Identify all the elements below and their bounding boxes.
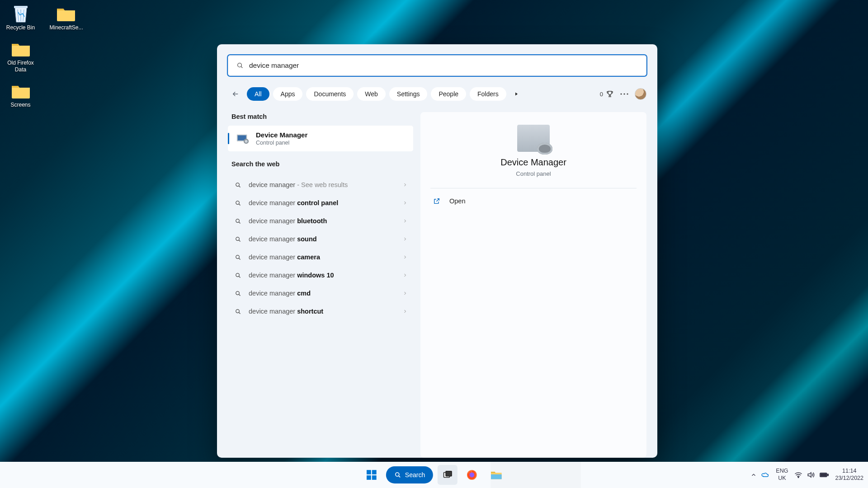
filter-web[interactable]: Web bbox=[357, 87, 386, 101]
web-result[interactable]: device manager shortcut bbox=[228, 302, 413, 320]
best-match-subtitle: Control panel bbox=[256, 140, 307, 146]
folder-icon bbox=[56, 5, 76, 23]
web-result-text: device manager sound bbox=[249, 235, 396, 243]
svg-rect-30 bbox=[821, 474, 826, 476]
chevron-right-icon bbox=[402, 236, 408, 242]
taskbar-search-label: Search bbox=[405, 471, 425, 479]
battery-icon[interactable] bbox=[820, 472, 829, 478]
svg-point-2 bbox=[620, 93, 622, 94]
web-result[interactable]: device manager windows 10 bbox=[228, 266, 413, 284]
desktop-icon-grid: Recycle Bin MinecraftSe... Old Firefox D… bbox=[4, 4, 71, 116]
time-text: 11:14 bbox=[842, 468, 856, 475]
search-box[interactable] bbox=[228, 55, 646, 76]
search-input[interactable] bbox=[249, 61, 638, 70]
web-result[interactable]: device manager bluetooth bbox=[228, 212, 413, 230]
filter-settings[interactable]: Settings bbox=[389, 87, 428, 101]
taskbar-firefox[interactable] bbox=[462, 465, 482, 485]
web-result-text: device manager windows 10 bbox=[249, 272, 396, 279]
tray-overflow-chevron-icon[interactable] bbox=[750, 472, 757, 478]
web-result[interactable]: device manager control panel bbox=[228, 194, 413, 212]
filter-chips: All Apps Documents Web Settings People F… bbox=[247, 87, 506, 101]
filter-folders[interactable]: Folders bbox=[470, 87, 506, 101]
web-result-text: device manager bluetooth bbox=[249, 217, 396, 225]
chevron-right-icon bbox=[402, 218, 408, 224]
preview-subtitle: Control panel bbox=[516, 170, 551, 177]
svg-rect-19 bbox=[367, 475, 371, 480]
desktop-icon-old-firefox[interactable]: Old Firefox Data bbox=[4, 39, 38, 75]
search-icon bbox=[394, 471, 401, 479]
more-options-button[interactable] bbox=[618, 87, 631, 101]
web-result[interactable]: device manager camera bbox=[228, 248, 413, 266]
svg-point-21 bbox=[396, 473, 399, 476]
chevron-right-icon bbox=[402, 309, 408, 314]
search-icon bbox=[233, 218, 242, 225]
filter-all[interactable]: All bbox=[247, 87, 269, 101]
volume-icon[interactable] bbox=[807, 471, 815, 479]
filter-row: All Apps Documents Web Settings People F… bbox=[228, 86, 646, 102]
search-icon bbox=[233, 272, 242, 279]
search-icon bbox=[236, 62, 244, 69]
onedrive-icon[interactable] bbox=[761, 472, 769, 478]
svg-point-14 bbox=[236, 273, 239, 277]
svg-point-15 bbox=[236, 291, 239, 295]
best-match-heading: Best match bbox=[228, 112, 413, 126]
web-result[interactable]: device manager - See web results bbox=[228, 176, 413, 194]
start-button[interactable] bbox=[362, 465, 382, 485]
desktop-icon-screens[interactable]: Screens bbox=[4, 81, 38, 111]
filters-scroll-right[interactable] bbox=[510, 91, 523, 97]
user-avatar[interactable] bbox=[635, 88, 646, 100]
system-tray: ENG UK 11:14 23/12/2022 bbox=[750, 462, 863, 488]
svg-point-25 bbox=[470, 473, 475, 478]
svg-point-27 bbox=[798, 477, 799, 478]
search-icon bbox=[233, 236, 242, 243]
desktop-icon-minecraft[interactable]: MinecraftSe... bbox=[49, 4, 83, 33]
filter-apps[interactable]: Apps bbox=[273, 87, 303, 101]
search-icon bbox=[233, 200, 242, 206]
start-search-panel: All Apps Documents Web Settings People F… bbox=[217, 44, 657, 458]
language-indicator[interactable]: ENG UK bbox=[776, 468, 788, 482]
open-external-icon bbox=[432, 197, 441, 205]
web-result[interactable]: device manager cmd bbox=[228, 284, 413, 302]
preview-pane: Device Manager Control panel Open bbox=[420, 112, 646, 458]
rewards-indicator[interactable]: 0 bbox=[600, 90, 614, 98]
results-column: Best match Device Manager Control panel … bbox=[228, 112, 413, 458]
svg-rect-18 bbox=[372, 470, 377, 474]
open-label: Open bbox=[449, 197, 465, 205]
svg-point-3 bbox=[623, 93, 625, 94]
clock[interactable]: 11:14 23/12/2022 bbox=[835, 468, 863, 482]
svg-point-4 bbox=[627, 93, 628, 94]
wifi-icon[interactable] bbox=[794, 472, 802, 478]
svg-point-13 bbox=[236, 255, 239, 258]
taskbar-center: Search bbox=[362, 465, 506, 485]
filter-people[interactable]: People bbox=[431, 87, 466, 101]
back-button[interactable] bbox=[228, 86, 243, 102]
device-manager-icon bbox=[236, 132, 250, 145]
web-result[interactable]: device manager sound bbox=[228, 230, 413, 248]
best-match-title: Device Manager bbox=[256, 131, 307, 139]
open-action[interactable]: Open bbox=[430, 193, 637, 209]
best-match-result[interactable]: Device Manager Control panel bbox=[228, 126, 413, 151]
web-result-text: device manager shortcut bbox=[249, 308, 396, 315]
chevron-right-icon bbox=[402, 182, 408, 188]
desktop-icon-label: Old Firefox Data bbox=[5, 60, 36, 74]
lang-line1: ENG bbox=[776, 468, 788, 475]
divider bbox=[430, 188, 637, 188]
taskbar-search-button[interactable]: Search bbox=[386, 466, 433, 483]
task-view-button[interactable] bbox=[438, 465, 458, 485]
svg-rect-17 bbox=[367, 470, 371, 474]
svg-point-10 bbox=[236, 201, 239, 204]
filter-documents[interactable]: Documents bbox=[306, 87, 354, 101]
svg-rect-0 bbox=[14, 6, 28, 8]
folder-icon bbox=[11, 83, 31, 100]
web-result-text: device manager control panel bbox=[249, 199, 396, 206]
svg-point-12 bbox=[236, 237, 239, 240]
desktop-icon-label: MinecraftSe... bbox=[50, 24, 82, 32]
svg-rect-20 bbox=[372, 475, 377, 480]
trophy-icon bbox=[606, 90, 614, 98]
search-web-heading: Search the web bbox=[228, 160, 413, 173]
search-icon bbox=[233, 182, 242, 188]
svg-point-11 bbox=[236, 219, 239, 222]
taskbar: Search ENG UK bbox=[0, 462, 868, 488]
desktop-icon-recycle-bin[interactable]: Recycle Bin bbox=[4, 4, 38, 33]
rewards-count: 0 bbox=[600, 91, 603, 98]
